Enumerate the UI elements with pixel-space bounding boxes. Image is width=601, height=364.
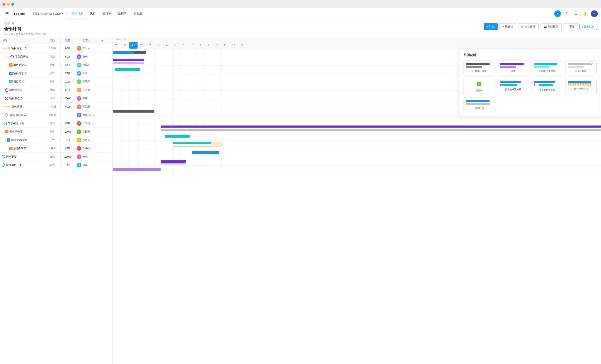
more-button[interactable]: ··· 更多: [563, 23, 578, 30]
gantt-bar[interactable]: [113, 168, 161, 171]
project-selector[interactable]: 项目：Project for Space ▾: [28, 12, 67, 16]
iter-icon: ↻: [2, 163, 5, 167]
maximize-button[interactable]: [11, 3, 14, 6]
gantt-day: 20: [113, 42, 121, 48]
table-body: ⚠ ▾ 📁 项目启动（3） 计划组 60% 李 李江云: [0, 44, 112, 364]
legend-item-schedule-compare: 预计排期对比: [565, 78, 597, 95]
row-name: 项目启动会: [15, 55, 28, 58]
table-row: 需求调研会议 里程碑 欧 欧阳莎莎...: [0, 111, 112, 119]
row-name: 项目启动（3）: [11, 47, 29, 50]
task-icon: ⬡: [9, 147, 12, 150]
row-name: 项目启动会: [13, 63, 27, 67]
gantt-day: 7: [188, 42, 196, 48]
conflict-arrow-icon: →: [535, 83, 538, 87]
legend-bar-dashed: [568, 83, 591, 86]
legend-item-baseline: 基线对比: [463, 97, 495, 112]
auto-arrange-button[interactable]: 🗓 自动排期: [518, 23, 539, 30]
add-button[interactable]: ＋: [554, 10, 561, 17]
close-button[interactable]: [2, 3, 5, 6]
user-avatar[interactable]: [591, 10, 598, 17]
col-header-type: 类型: [44, 37, 60, 44]
gantt-day: 2: [146, 42, 154, 48]
gantt-bar[interactable]: [165, 135, 190, 138]
gantt-bar-row: [113, 141, 601, 149]
page-subtitle: 共 17 条，其中存在警告提醒的有 3 条: [4, 32, 484, 36]
row-name: 需求调研: [11, 105, 22, 109]
help-button[interactable]: ?: [563, 10, 570, 17]
tab-milestone[interactable]: 里程碑: [115, 8, 130, 19]
gantt-bar[interactable]: [161, 160, 186, 163]
warning-icon: ⚠: [2, 105, 4, 108]
row-person: 李 李江云: [75, 103, 98, 110]
row-person: 何 何婷云: [75, 136, 98, 144]
row-title: ⬡ 缺陷T2937: [0, 145, 44, 152]
row-type: 计划: [44, 95, 60, 101]
legend-item-normal-dep: ← 正常前后置关系: [498, 78, 529, 95]
gantt-bar[interactable]: [192, 151, 219, 154]
legend-button[interactable]: ℹ 图例说明: [580, 24, 597, 30]
row-type: 研发: [44, 70, 60, 76]
add-plan-button[interactable]: + 计划: [484, 23, 498, 30]
gantt-bar[interactable]: [161, 125, 601, 128]
tab-settings[interactable]: ⚙设置: [130, 8, 146, 19]
legend-bar-group: [534, 63, 560, 68]
table-header: 标题 类型 进度 负责人 ⚙: [0, 37, 112, 44]
gantt-bar-secondary: [113, 62, 144, 64]
gantt-bar[interactable]: [173, 142, 211, 144]
table-row: ⬡ 需求池设置 需求 100% 李 李国燕: [0, 128, 112, 136]
legend-label: 预计排期对比: [574, 87, 588, 90]
menu-icon[interactable]: ☰: [3, 10, 11, 18]
milestone-check-icon: ✓: [477, 82, 481, 86]
row-title: ◈ 项目立项会: [0, 70, 44, 77]
expand-icon[interactable]: ▾: [5, 47, 6, 49]
row-name: 需求调研会议: [10, 113, 26, 117]
gantt-bar[interactable]: [115, 68, 140, 71]
gantt-bar-progress: [113, 51, 134, 54]
readonly-bar-container: ✓: [568, 63, 594, 68]
expand-icon[interactable]: ▾: [2, 122, 3, 125]
person-name: 朱志: [83, 155, 88, 158]
gantt-bar[interactable]: [113, 59, 144, 61]
legend-bar-gray: [466, 103, 490, 105]
avatar: 朱: [77, 96, 81, 101]
row-type: 迭代: [44, 162, 60, 168]
row-title: ↻ 官网项目一期: [0, 162, 44, 168]
minimize-button[interactable]: [7, 3, 10, 6]
gear-icon: ⚙: [133, 12, 136, 15]
gantt-bar-secondary: [173, 146, 211, 147]
iter-icon: ↻: [2, 155, 5, 158]
row-person: 朱 朱志: [75, 95, 98, 102]
row-title: ↻ 特性更新: [0, 154, 44, 160]
dep-arrow-row: ←: [500, 83, 526, 86]
add-milestone-button[interactable]: + 里程碑: [499, 23, 516, 30]
expand-icon[interactable]: ▾: [9, 56, 10, 58]
row-progress: 100%: [60, 154, 75, 160]
person-name: 李江云: [83, 47, 90, 50]
tab-deliverable[interactable]: 交付物: [99, 8, 115, 19]
task-icon: ⬡: [9, 63, 12, 67]
row-type: 里程碑: [44, 112, 60, 118]
tab-execute[interactable]: 执行: [87, 8, 99, 19]
person-name: 欧阳莎莎...: [83, 113, 95, 117]
task-icon: ◉: [9, 80, 12, 83]
legend-bar: [466, 63, 490, 65]
row-person: 王 王万春: [75, 86, 98, 94]
col-header-progress: 进度: [60, 37, 75, 44]
expand-icon[interactable]: ▾: [5, 139, 6, 141]
col-header-settings[interactable]: ⚙: [98, 37, 106, 44]
tab-project-plan[interactable]: 项目计划: [68, 8, 87, 19]
legend-bar: [539, 84, 553, 86]
settings-button[interactable]: ⚙: [573, 10, 579, 17]
notification-button[interactable]: 🔔: [582, 10, 589, 17]
legend-item-milestone: ✓ 里程碑: [463, 78, 495, 95]
legend-label: 只读工作项: [575, 70, 587, 73]
person-name: 李江云: [83, 105, 90, 108]
legend-bar-group: [466, 63, 492, 68]
row-type: 计划: [44, 54, 60, 60]
row-progress: 60%: [60, 46, 75, 51]
row-name: 项目启动: [13, 80, 24, 84]
create-snapshot-button[interactable]: 📷 创建快照: [540, 23, 561, 30]
row-title: ⚠ ▾ 📁 项目启动（3）: [0, 45, 44, 51]
expand-icon[interactable]: ▾: [5, 105, 6, 108]
gantt-bar[interactable]: [113, 110, 154, 113]
